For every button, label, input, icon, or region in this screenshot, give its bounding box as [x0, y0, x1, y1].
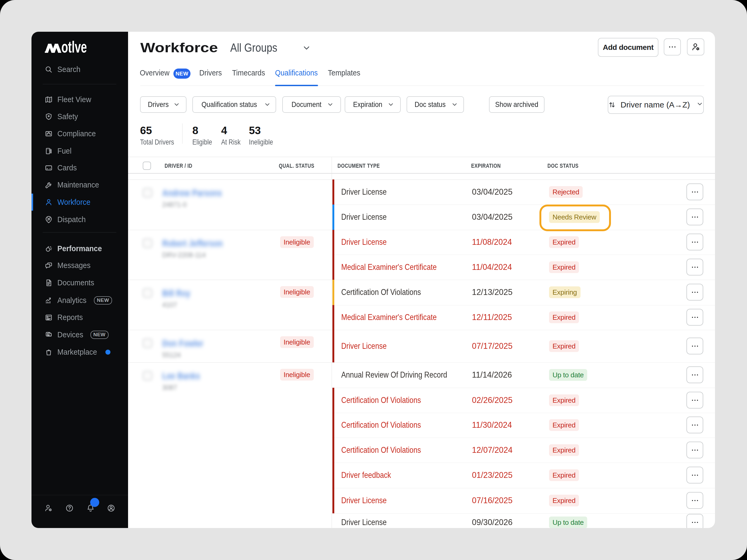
- svg-text:otlve: otlve: [61, 40, 86, 53]
